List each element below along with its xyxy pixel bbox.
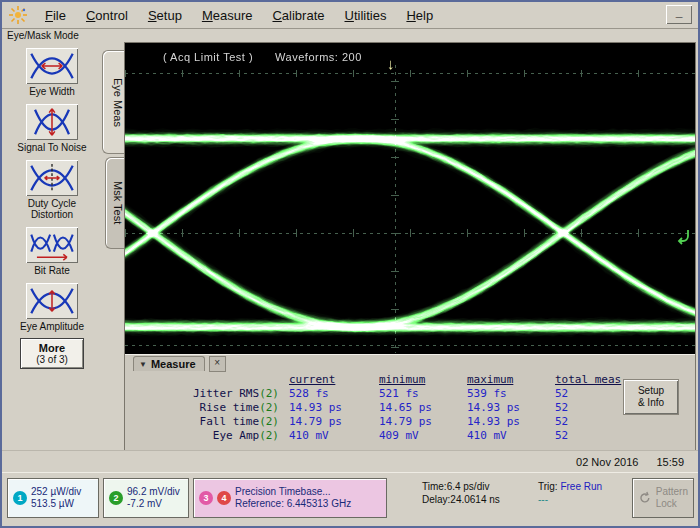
timebase-scale-panel[interactable]: Time:6.4 ps/div Delay:24.0614 ns bbox=[422, 480, 500, 506]
marker-arrow-icon bbox=[675, 229, 691, 245]
pattern-lock-line2: Lock bbox=[656, 498, 677, 509]
tab-eye-meas[interactable]: Eye Meas bbox=[102, 50, 124, 154]
pattern-lock-icon bbox=[638, 491, 652, 505]
sidebar-item-eye-amplitude[interactable]: Eye Amplitude bbox=[9, 281, 95, 332]
cell-value: 14.65 ps bbox=[379, 401, 467, 415]
menu-utilities[interactable]: Utilities bbox=[336, 5, 396, 26]
measure-tab[interactable]: ▼ Measure bbox=[133, 356, 205, 371]
time-per-div: Time:6.4 ps/div bbox=[422, 481, 489, 492]
cell-value: 409 mV bbox=[379, 429, 467, 443]
cell-value: 52 bbox=[555, 415, 655, 429]
menu-control[interactable]: Control bbox=[77, 5, 137, 26]
channel-2-offset: -7.2 mV bbox=[127, 498, 162, 509]
cell-value: 528 fs bbox=[289, 387, 379, 401]
pattern-lock-line1: Pattern bbox=[656, 486, 688, 497]
menu-setup[interactable]: Setup bbox=[139, 5, 191, 26]
close-icon[interactable]: × bbox=[209, 356, 226, 372]
more-button-page: (3 of 3) bbox=[21, 354, 83, 365]
cell-value: 14.93 ps bbox=[467, 415, 555, 429]
eye-amplitude-icon bbox=[28, 285, 76, 317]
col-header-maximum: maximum bbox=[467, 373, 555, 387]
chevron-down-icon: ▼ bbox=[139, 360, 147, 369]
row-label: Rise time(2) bbox=[161, 401, 289, 415]
mode-label: Eye/Mask Mode bbox=[7, 30, 79, 41]
bit-rate-icon bbox=[28, 229, 76, 261]
pattern-lock-button[interactable]: Pattern Lock bbox=[632, 478, 694, 518]
waveform-display: ( Acq Limit Test )Waveforms: 200 ↓ ▼ Mea… bbox=[124, 42, 696, 452]
sidebar-item-label: Signal To Noise bbox=[9, 142, 95, 153]
col-header-minimum: minimum bbox=[379, 373, 467, 387]
tab-msk-test[interactable]: Msk Test bbox=[105, 157, 124, 249]
cell-value: 14.79 ps bbox=[379, 415, 467, 429]
acq-limit-test-label: ( Acq Limit Test ) bbox=[163, 51, 253, 63]
acquisition-status: ( Acq Limit Test )Waveforms: 200 bbox=[163, 51, 362, 63]
cell-value: 14.93 ps bbox=[467, 401, 555, 415]
channel-4-badge: 4 bbox=[217, 491, 231, 505]
sidebar-item-label: Duty Cycle Distortion bbox=[9, 198, 95, 220]
instrument-window: File Control Setup Measure Calibrate Uti… bbox=[0, 0, 700, 528]
more-button[interactable]: More (3 of 3) bbox=[20, 338, 84, 369]
time-delay: Delay:24.0614 ns bbox=[422, 494, 500, 505]
sidebar: Eye Width Signal To Noise Duty Cycle Dis… bbox=[2, 46, 102, 468]
trigger-panel[interactable]: Trig: Free Run --- bbox=[538, 480, 602, 506]
measure-tab-label: Measure bbox=[151, 358, 196, 370]
cell-value: 521 fs bbox=[379, 387, 467, 401]
setup-info-line2: & Info bbox=[624, 397, 678, 409]
cell-value: 14.79 ps bbox=[289, 415, 379, 429]
row-label: Jitter RMS(2) bbox=[161, 387, 289, 401]
menu-measure[interactable]: Measure bbox=[193, 5, 262, 26]
cell-value: 14.93 ps bbox=[289, 401, 379, 415]
sidebar-item-bit-rate[interactable]: Bit Rate bbox=[9, 225, 95, 276]
channel-1-offset: 513.5 µW bbox=[31, 498, 74, 509]
menu-help[interactable]: Help bbox=[397, 5, 442, 26]
setup-info-button[interactable]: Setup & Info bbox=[623, 379, 679, 415]
status-date: 02 Nov 2016 bbox=[576, 456, 638, 468]
row-label: Eye Amp(2) bbox=[161, 429, 289, 443]
menu-calibrate[interactable]: Calibrate bbox=[263, 5, 333, 26]
sidebar-item-label: Eye Amplitude bbox=[9, 321, 95, 332]
cell-value: 52 bbox=[555, 429, 655, 443]
trig-label: Trig: bbox=[538, 481, 558, 492]
status-time: 15:59 bbox=[656, 456, 684, 468]
more-button-label: More bbox=[21, 342, 83, 354]
trigger-marker-icon: ↓ bbox=[387, 55, 395, 72]
timebase-reference: Reference: 6.445313 GHz bbox=[235, 498, 351, 509]
status-bar: 02 Nov 2016 15:59 bbox=[2, 450, 698, 473]
bottom-bar: 1 252 µW/div 513.5 µW 2 96.2 mV/div -7.2… bbox=[2, 472, 698, 526]
menubar: File Control Setup Measure Calibrate Uti… bbox=[2, 2, 698, 29]
channel-1-button[interactable]: 1 252 µW/div 513.5 µW bbox=[7, 478, 99, 518]
duty-cycle-distortion-icon bbox=[28, 162, 76, 194]
menu-file[interactable]: File bbox=[36, 5, 75, 26]
waveform-count: Waveforms: 200 bbox=[275, 51, 362, 63]
precision-timebase-button[interactable]: 3 4 Precision Timebase... Reference: 6.4… bbox=[193, 478, 387, 518]
trig-level: --- bbox=[538, 494, 548, 505]
sidebar-item-signal-to-noise[interactable]: Signal To Noise bbox=[9, 102, 95, 153]
col-header-current: current bbox=[289, 373, 379, 387]
vertical-tabs: Eye Meas Msk Test bbox=[102, 50, 124, 249]
setup-info-line1: Setup bbox=[624, 385, 678, 397]
row-label: Fall time(2) bbox=[161, 415, 289, 429]
cell-value: 410 mV bbox=[467, 429, 555, 443]
channel-1-scale: 252 µW/div bbox=[31, 486, 81, 497]
eye-width-icon bbox=[28, 50, 76, 82]
cell-value: 410 mV bbox=[289, 429, 379, 443]
sidebar-item-label: Bit Rate bbox=[9, 265, 95, 276]
channel-3-badge: 3 bbox=[199, 491, 213, 505]
timebase-title: Precision Timebase... bbox=[235, 486, 331, 497]
minimize-button[interactable]: _ bbox=[666, 5, 692, 24]
sidebar-item-duty-cycle-distortion[interactable]: Duty Cycle Distortion bbox=[9, 158, 95, 220]
channel-2-badge: 2 bbox=[109, 491, 123, 505]
channel-2-scale: 96.2 mV/div bbox=[127, 486, 180, 497]
sidebar-item-label: Eye Width bbox=[9, 86, 95, 97]
channel-2-button[interactable]: 2 96.2 mV/div -7.2 mV bbox=[103, 478, 189, 518]
channel-1-badge: 1 bbox=[13, 491, 27, 505]
sidebar-item-eye-width[interactable]: Eye Width bbox=[9, 46, 95, 97]
cell-value: 539 fs bbox=[467, 387, 555, 401]
measure-panel: ▼ Measure × current minimum maximum tota… bbox=[125, 354, 695, 451]
app-logo-icon bbox=[8, 5, 28, 25]
trig-mode: Free Run bbox=[560, 481, 602, 492]
signal-to-noise-icon bbox=[28, 106, 76, 138]
measurement-table: current minimum maximum total meas Jitte… bbox=[161, 373, 695, 443]
